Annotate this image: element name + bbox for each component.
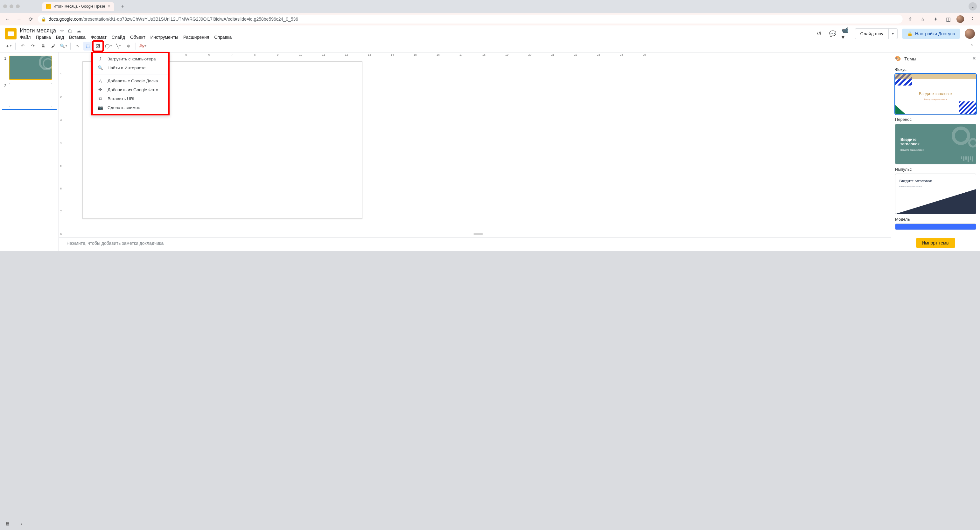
- new-slide-button[interactable]: ＋: [4, 42, 13, 51]
- extensions-icon[interactable]: ✦: [931, 14, 940, 24]
- zoom-button[interactable]: 🔍: [59, 42, 68, 51]
- slides-favicon: [46, 4, 51, 9]
- nav-reload-button[interactable]: ⟳: [26, 14, 35, 24]
- cloud-status-icon[interactable]: ☁: [76, 28, 81, 34]
- move-icon[interactable]: 🗀: [68, 28, 73, 33]
- side-panel-icon[interactable]: ◫: [944, 14, 953, 24]
- slideshow-label: Слайд-шоу: [855, 29, 889, 39]
- menu-extensions[interactable]: Расширения: [183, 35, 209, 40]
- comment-button[interactable]: ⊕: [124, 42, 133, 51]
- photos-icon: ✤: [97, 87, 103, 92]
- history-icon[interactable]: ↺: [815, 29, 824, 38]
- share-label: Настройки Доступа: [915, 31, 955, 36]
- close-panel-icon[interactable]: ✕: [972, 56, 976, 61]
- slide-number: 2: [2, 83, 6, 88]
- textbox-tool-button[interactable]: ⬚: [83, 42, 92, 51]
- menu-insert[interactable]: Вставка: [69, 35, 86, 40]
- menu-slide[interactable]: Слайд: [112, 35, 125, 40]
- upload-icon: ⤴: [97, 57, 103, 61]
- menu-format[interactable]: Формат: [91, 35, 107, 40]
- menu-file[interactable]: Файл: [20, 35, 30, 40]
- theme-model[interactable]: [895, 224, 976, 230]
- stage-resize-handle[interactable]: [474, 233, 483, 235]
- comments-icon[interactable]: 💬: [828, 29, 837, 38]
- close-tab-icon[interactable]: ×: [108, 4, 110, 9]
- dd-label: Добавить из Google Фото: [108, 87, 158, 92]
- line-tool-button[interactable]: ╲: [114, 42, 123, 51]
- theme-impulse[interactable]: Введите заголовок Введите подзаголовок: [895, 174, 976, 214]
- dd-label: Добавить с Google Диска: [108, 79, 158, 83]
- menu-edit[interactable]: Правка: [36, 35, 51, 40]
- insert-image-button[interactable]: 🖼: [94, 42, 102, 51]
- nav-forward-button[interactable]: →: [14, 14, 24, 24]
- theme-preview-subtitle: Введите подзаголовок: [900, 149, 924, 151]
- meet-icon[interactable]: 📹▾: [842, 29, 851, 38]
- slide-number: 1: [2, 56, 6, 61]
- undo-button[interactable]: ↶: [18, 42, 27, 51]
- tab-overflow-button[interactable]: ⌄: [969, 2, 977, 11]
- slide-thumbnail-1[interactable]: 1: [2, 56, 57, 80]
- slide-thumbnail-2[interactable]: 2: [2, 83, 57, 110]
- collapse-filmstrip-button[interactable]: ‹: [17, 519, 25, 527]
- dd-label: Загрузить с компьютера: [108, 57, 156, 61]
- theme-text-button[interactable]: Py: [138, 42, 147, 51]
- search-icon: 🔍: [97, 65, 103, 70]
- dd-take-photo[interactable]: 📷 Сделать снимок: [93, 103, 168, 112]
- paint-format-button[interactable]: 🖌: [49, 42, 57, 51]
- new-tab-button[interactable]: +: [119, 2, 127, 11]
- theme-label-focus: Фокус: [895, 67, 976, 72]
- insert-image-dropdown: ⤴ Загрузить с компьютера 🔍 Найти в Интер…: [91, 52, 170, 116]
- slides-logo[interactable]: [5, 28, 16, 40]
- menu-view[interactable]: Вид: [56, 35, 64, 40]
- browser-tab-active[interactable]: Итоги месяца - Google Презе ×: [42, 2, 114, 11]
- theme-label-model: Модель: [895, 217, 976, 222]
- dd-from-photos[interactable]: ✤ Добавить из Google Фото: [93, 85, 168, 94]
- theme-preview-title: Введите заголовок: [900, 137, 929, 147]
- speaker-notes[interactable]: Нажмите, чтобы добавить заметки докладчи…: [59, 237, 891, 251]
- menu-object[interactable]: Объект: [130, 35, 145, 40]
- address-bar[interactable]: 🔒 docs.google.com/presentation/d/1-qp78z…: [38, 14, 903, 24]
- share-button[interactable]: 🔒 Настройки Доступа: [902, 29, 960, 39]
- browser-profile-avatar[interactable]: [956, 15, 964, 23]
- canvas-area: 1234567891011121314151617181920212223242…: [59, 52, 891, 251]
- slide-preview: [9, 83, 52, 107]
- bookmark-icon[interactable]: ☆: [918, 14, 927, 24]
- dd-label: Сделать снимок: [108, 105, 140, 110]
- share-page-icon[interactable]: ⇧: [905, 14, 915, 24]
- slideshow-dropdown[interactable]: ▾: [888, 29, 897, 39]
- camera-icon: 📷: [97, 105, 103, 110]
- slideshow-button[interactable]: Слайд-шоу ▾: [855, 28, 898, 39]
- print-button[interactable]: 🖶: [38, 42, 48, 51]
- select-tool-button[interactable]: ↖: [73, 42, 82, 51]
- dd-search-web[interactable]: 🔍 Найти в Интернете: [93, 63, 168, 72]
- collapse-toolbar-button[interactable]: ⌃: [967, 42, 976, 51]
- themes-title: Темы: [904, 56, 916, 61]
- star-icon[interactable]: ☆: [60, 28, 64, 34]
- menu-help[interactable]: Справка: [214, 35, 232, 40]
- nav-back-button[interactable]: ←: [3, 14, 12, 24]
- horizontal-ruler: 1234567891011121314151617181920212223242…: [65, 52, 891, 58]
- shape-tool-button[interactable]: ◯: [104, 42, 113, 51]
- window-controls[interactable]: [3, 5, 20, 8]
- canvas-stage[interactable]: [65, 58, 891, 237]
- theme-focus[interactable]: Введите заголовок Введите подзаголовок: [895, 74, 976, 114]
- theme-label-impulse: Импульс: [895, 167, 976, 172]
- browser-menu-icon[interactable]: ⋮: [968, 14, 977, 24]
- doc-title[interactable]: Итоги месяца: [20, 27, 56, 34]
- dd-from-drive[interactable]: △ Добавить с Google Диска: [93, 76, 168, 85]
- dd-upload-from-computer[interactable]: ⤴ Загрузить с компьютера: [93, 55, 168, 63]
- browser-tab-strip: Итоги месяца - Google Презе × + ⌄: [0, 0, 980, 13]
- browser-address-bar-row: ← → ⟳ 🔒 docs.google.com/presentation/d/1…: [0, 13, 980, 25]
- dd-by-url[interactable]: ⧉ Вставить URL: [93, 94, 168, 103]
- account-avatar[interactable]: [965, 29, 975, 39]
- import-theme-button[interactable]: Импорт темы: [916, 238, 955, 248]
- redo-button[interactable]: ↷: [28, 42, 37, 51]
- filmstrip[interactable]: 1 2: [0, 52, 59, 251]
- theme-label-perenos: Перенос: [895, 117, 976, 122]
- theme-preview-subtitle: Введите подзаголовок: [899, 186, 923, 187]
- grid-view-button[interactable]: ▦: [3, 519, 11, 527]
- lock-icon: 🔒: [41, 17, 46, 22]
- menu-tools[interactable]: Инструменты: [151, 35, 178, 40]
- theme-perenos[interactable]: Введите заголовок Введите подзаголовок: [895, 124, 976, 164]
- url-text: docs.google.com/presentation/d/1-qp78zwC…: [49, 16, 298, 22]
